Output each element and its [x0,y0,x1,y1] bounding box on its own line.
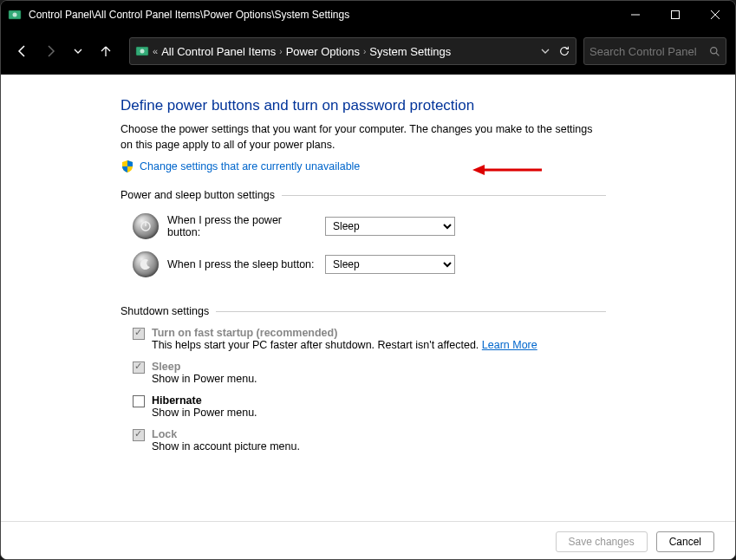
power-sleep-section: Power and sleep button settings When I p… [120,189,606,290]
sleep-label: Sleep [152,361,180,373]
change-settings-link[interactable]: Change settings that are currently unava… [140,160,360,173]
breadcrumb-item[interactable]: Power Options› [286,45,367,58]
section-legend: Power and sleep button settings [120,189,282,201]
sleep-checkbox [133,361,145,374]
annotation-arrow [472,161,542,179]
hibernate-checkbox[interactable] [133,395,145,407]
power-button-label: When I press the power button: [167,214,316,238]
recent-dropdown-button[interactable] [65,38,91,64]
footer: Save changes Cancel [1,521,735,560]
search-input[interactable]: Search Control Panel [583,37,726,65]
section-legend: Shutdown settings [120,305,216,317]
maximize-button[interactable] [655,1,695,29]
svg-point-8 [711,47,717,53]
power-button-select[interactable]: Sleep [325,217,455,236]
save-button: Save changes [556,531,648,552]
shield-icon [120,160,134,173]
breadcrumb-item[interactable]: System Settings [369,45,451,58]
up-button[interactable] [93,38,119,64]
breadcrumb-item[interactable]: All Control Panel Items› [161,45,283,58]
search-placeholder: Search Control Panel [589,45,697,58]
learn-more-link[interactable]: Learn More [482,339,537,351]
chevron-down-icon[interactable] [541,47,550,55]
shutdown-section: Shutdown settings Turn on fast startup (… [120,305,606,461]
sleep-icon [133,251,159,277]
page-title: Define power buttons and turn on passwor… [120,97,727,114]
close-button[interactable] [695,1,735,29]
address-bar[interactable]: « All Control Panel Items› Power Options… [129,37,576,65]
fast-startup-checkbox [133,328,145,340]
search-icon [709,46,720,57]
forward-button[interactable] [37,38,63,64]
content-area: Define power buttons and turn on passwor… [1,75,735,560]
back-button[interactable] [10,38,36,64]
toolbar: « All Control Panel Items› Power Options… [1,29,735,75]
breadcrumb-overflow[interactable]: « [153,46,158,56]
svg-point-7 [140,49,145,54]
cancel-button[interactable]: Cancel [656,531,714,552]
minimize-button[interactable] [616,1,655,29]
svg-marker-11 [472,165,485,175]
fast-startup-label: Turn on fast startup (recommended) [152,327,337,339]
svg-point-1 [13,13,17,17]
page-description: Choose the power settings that you want … [120,121,606,153]
svg-line-9 [716,53,719,55]
power-icon [133,213,159,239]
refresh-icon[interactable] [558,45,570,57]
sleep-button-label: When I press the sleep button: [167,258,316,270]
control-panel-icon [135,44,149,58]
titlebar: Control Panel\All Control Panel Items\Po… [1,1,735,29]
window-title: Control Panel\All Control Panel Items\Po… [29,9,616,21]
lock-label: Lock [152,428,177,440]
control-panel-icon [8,8,22,22]
sleep-button-select[interactable]: Sleep [325,255,455,274]
lock-checkbox [133,429,145,441]
svg-rect-3 [672,11,680,19]
hibernate-label: Hibernate [152,394,202,407]
